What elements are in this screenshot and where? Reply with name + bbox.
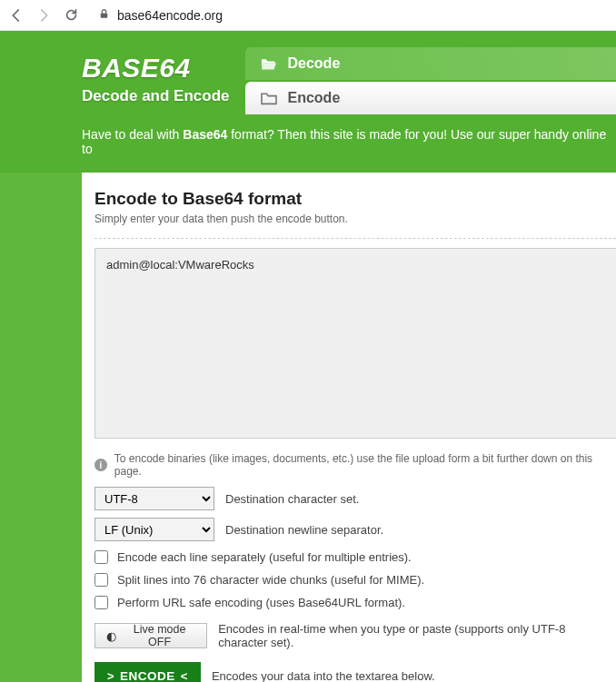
logo-title: BASE64: [82, 53, 229, 84]
folder-open-icon: [260, 56, 278, 71]
forward-button[interactable]: [35, 6, 53, 25]
charset-select[interactable]: UTF-8: [94, 487, 214, 510]
encode-eachline-row[interactable]: Encode each line separately (useful for …: [94, 550, 616, 564]
urlsafe-label: Perform URL safe encoding (uses Base64UR…: [117, 596, 405, 609]
decorative-sidebar: [0, 173, 82, 682]
folder-icon: [260, 91, 278, 105]
encode-desc: Encodes your data into the textarea belo…: [212, 669, 435, 683]
tab-encode-label: Encode: [287, 90, 340, 106]
encode-button[interactable]: > ENCODE <: [94, 662, 201, 682]
page-title: Encode to Base64 format: [94, 189, 616, 209]
livemode-label: Live mode OFF: [124, 623, 195, 648]
tab-decode[interactable]: Decode: [245, 47, 616, 80]
livemode-desc: Encodes in real-time when you type or pa…: [218, 622, 616, 649]
main-panel: Encode to Base64 format Simply enter you…: [82, 173, 616, 682]
split76-row[interactable]: Split lines into 76 character wide chunk…: [94, 573, 616, 587]
page-subtitle: Simply enter your data then push the enc…: [94, 213, 616, 225]
encode-eachline-checkbox[interactable]: [94, 550, 108, 564]
split76-checkbox[interactable]: [94, 573, 108, 587]
site-logo[interactable]: BASE64 Decode and Encode: [82, 47, 245, 105]
encode-button-label: ENCODE: [120, 669, 175, 683]
back-button[interactable]: [7, 6, 25, 25]
livemode-toggle[interactable]: ◐ Live mode OFF: [94, 623, 207, 648]
chevron-right-icon: >: [107, 669, 114, 683]
lock-icon: [98, 8, 110, 23]
logo-subtitle: Decode and Encode: [82, 87, 229, 105]
tab-encode[interactable]: Encode: [245, 82, 616, 114]
site-header: BASE64 Decode and Encode Decode Encode: [0, 31, 616, 173]
url-text: base64encode.org: [117, 8, 223, 23]
divider: [94, 238, 616, 239]
reload-button[interactable]: [62, 6, 80, 25]
browser-toolbar: base64encode.org: [0, 0, 616, 31]
input-textarea[interactable]: [94, 248, 616, 439]
newline-select[interactable]: LF (Unix): [94, 518, 214, 541]
address-bar[interactable]: base64encode.org: [89, 5, 609, 26]
urlsafe-checkbox[interactable]: [94, 596, 108, 609]
newline-label: Destination newline separator.: [225, 523, 383, 537]
svg-rect-0: [101, 13, 108, 17]
intro-text: Have to deal with Base64 format? Then th…: [0, 114, 616, 173]
info-icon: i: [94, 459, 107, 471]
tab-decode-label: Decode: [287, 55, 340, 72]
binary-hint: To encode binaries (like images, documen…: [114, 452, 616, 478]
toggle-icon: ◐: [106, 629, 116, 643]
encode-eachline-label: Encode each line separately (useful for …: [117, 550, 412, 564]
split76-label: Split lines into 76 character wide chunk…: [117, 573, 424, 587]
charset-label: Destination character set.: [225, 492, 359, 506]
urlsafe-row[interactable]: Perform URL safe encoding (uses Base64UR…: [94, 596, 616, 609]
chevron-left-icon: <: [181, 669, 188, 683]
